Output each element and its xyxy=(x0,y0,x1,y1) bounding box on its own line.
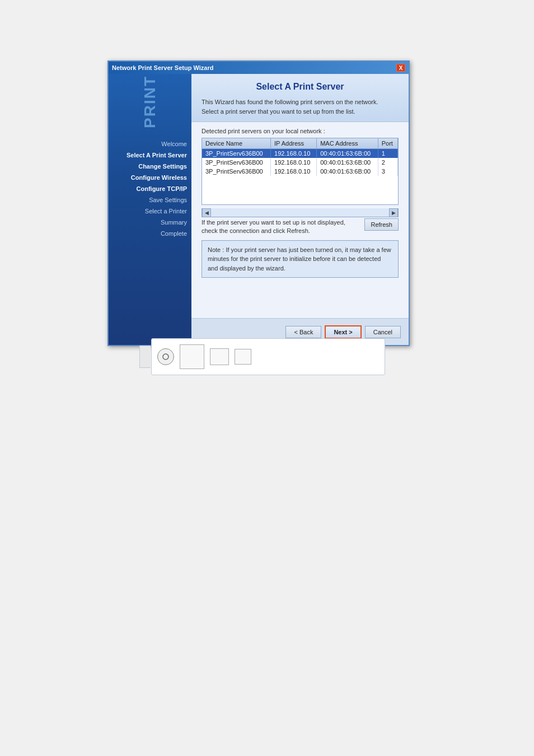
next-button[interactable]: Next > xyxy=(325,325,361,339)
sidebar-item-configure-tcp[interactable]: Configure TCP/IP xyxy=(109,183,191,194)
refresh-row: If the print server you want to set up i… xyxy=(202,218,399,236)
sidebar-nav: Welcome Select A Print Server Change Set… xyxy=(109,138,191,239)
table-row[interactable]: 3P_PrintServ636B00 192.168.0.10 00:40:01… xyxy=(202,167,398,176)
bottom-bar xyxy=(151,338,385,375)
cell-ip: 192.168.0.10 xyxy=(271,149,317,158)
content-body: Detected print servers on your local net… xyxy=(191,122,409,318)
title-bar: Network Print Server Setup Wizard X xyxy=(109,62,409,74)
cell-mac: 00:40:01:63:6B:00 xyxy=(317,167,378,176)
sidebar-item-select-print-server[interactable]: Select A Print Server xyxy=(109,150,191,161)
table-scrollbar[interactable]: ◀ ▶ xyxy=(202,208,399,217)
note-box: Note : If your print server has just bee… xyxy=(202,240,399,278)
table-row[interactable]: 3P_PrintServ636B00 192.168.0.10 00:40:01… xyxy=(202,158,398,167)
cell-device: 3P_PrintServ636B00 xyxy=(202,167,271,176)
wizard-sidebar: PRINT Welcome Select A Print Server Chan… xyxy=(109,74,191,345)
col-device-name: Device Name xyxy=(202,138,271,149)
refresh-line1: If the print server you want to set up i… xyxy=(202,219,345,226)
sidebar-logo: PRINT xyxy=(133,80,167,124)
sidebar-item-complete[interactable]: Complete xyxy=(109,228,191,239)
detected-label: Detected print servers on your local net… xyxy=(202,128,399,134)
sidebar-item-select-printer[interactable]: Select a Printer xyxy=(109,206,191,217)
sidebar-item-change-settings[interactable]: Change Settings xyxy=(109,161,191,172)
cell-mac: 00:40:01:63:6B:00 xyxy=(317,158,378,167)
cell-port: 2 xyxy=(378,158,397,167)
cell-port: 3 xyxy=(378,167,397,176)
sidebar-item-save-settings[interactable]: Save Settings xyxy=(109,194,191,206)
note-text: Note : If your print server has just bee… xyxy=(208,246,391,272)
bottom-bar-square-xs xyxy=(235,349,251,365)
cell-device: 3P_PrintServ636B00 xyxy=(202,158,271,167)
content-description: This Wizard has found the following prin… xyxy=(202,97,399,116)
description-line1: This Wizard has found the following prin… xyxy=(202,99,378,105)
server-table: Device Name IP Address MAC Address Port … xyxy=(202,138,398,176)
sidebar-item-summary[interactable]: Summary xyxy=(109,217,191,228)
scroll-left-button[interactable]: ◀ xyxy=(202,208,211,217)
col-mac-address: MAC Address xyxy=(317,138,378,149)
wizard-window: Network Print Server Setup Wizard X PRIN… xyxy=(107,60,410,346)
scroll-track[interactable] xyxy=(211,208,389,217)
table-row[interactable]: 3P_PrintServ636B00 192.168.0.10 00:40:01… xyxy=(202,149,398,158)
col-port: Port xyxy=(378,138,397,149)
svg-point-0 xyxy=(163,354,168,360)
cell-ip: 192.168.0.10 xyxy=(271,158,317,167)
bottom-bar-square-lg xyxy=(180,344,204,369)
col-ip-address: IP Address xyxy=(271,138,317,149)
wizard-content: Select A Print Server This Wizard has fo… xyxy=(191,74,409,345)
refresh-button[interactable]: Refresh xyxy=(364,218,399,231)
logo-text: PRINT xyxy=(141,76,159,128)
sidebar-item-welcome[interactable]: Welcome xyxy=(109,138,191,150)
cell-mac: 00:40:01:63:6B:00 xyxy=(317,149,378,158)
scroll-right-button[interactable]: ▶ xyxy=(389,208,398,217)
cell-port: 1 xyxy=(378,149,397,158)
bottom-bar-stub xyxy=(139,346,151,368)
server-table-container: Device Name IP Address MAC Address Port … xyxy=(202,138,399,205)
close-button[interactable]: X xyxy=(396,64,405,72)
cell-device: 3P_PrintServ636B00 xyxy=(202,149,271,158)
title-bar-text: Network Print Server Setup Wizard xyxy=(112,64,213,71)
refresh-text: If the print server you want to set up i… xyxy=(202,218,359,236)
description-line2: Select a print server that you want to s… xyxy=(202,108,355,115)
back-button[interactable]: < Back xyxy=(285,326,321,338)
content-header: Select A Print Server This Wizard has fo… xyxy=(191,74,409,122)
sidebar-item-configure-wireless[interactable]: Configure Wireless xyxy=(109,172,191,183)
wizard-body: PRINT Welcome Select A Print Server Chan… xyxy=(109,74,409,345)
cell-ip: 192.168.0.10 xyxy=(271,167,317,176)
bottom-bar-circle-icon xyxy=(157,348,174,365)
bottom-bar-square-sm xyxy=(210,348,229,365)
content-title: Select A Print Server xyxy=(202,82,399,92)
refresh-line2: check the connection and click Refresh. xyxy=(202,227,310,234)
circle-inner-icon xyxy=(162,353,170,361)
cancel-button[interactable]: Cancel xyxy=(365,326,401,338)
